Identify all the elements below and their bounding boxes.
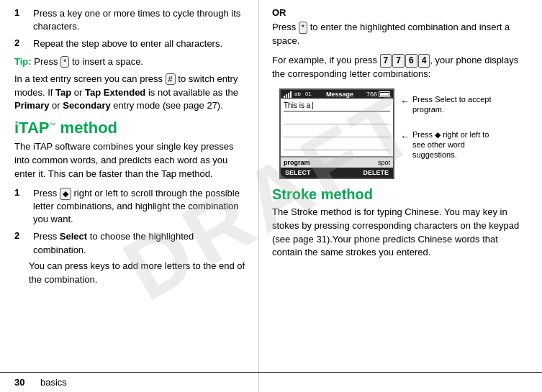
itap-list-num-1: 1: [14, 187, 29, 227]
itap-list-text-2: Press Select to choose the highlighted c…: [33, 230, 245, 256]
list-text-1: Press a key one or more times to cycle t…: [33, 7, 245, 33]
phone-blank-line1: [284, 114, 390, 124]
phone-blank-line2: [284, 127, 390, 137]
tip-label: Tip:: [14, 56, 32, 67]
or-para1: Press: [272, 22, 299, 32]
cursor: |: [312, 101, 314, 109]
select-key-label: Select: [60, 231, 87, 242]
itap-list-text-2a: Press: [33, 231, 60, 242]
phone-status-right: 766: [366, 91, 390, 98]
left-column: 1 Press a key one or more times to cycle…: [0, 0, 259, 392]
phone-counter: 766: [366, 91, 377, 98]
annotation-arrow-top: ←: [400, 96, 410, 106]
list-item-2: 2 Repeat the step above to enter all cha…: [14, 37, 245, 50]
bottom-bar: 30 basics: [0, 372, 542, 392]
or-para: Press * to enter the highlighted combina…: [272, 21, 529, 48]
tap-label: Tap: [55, 87, 71, 98]
right-column: OR Press * to enter the highlighted comb…: [259, 0, 542, 392]
itap-list-item-2: 2 Press Select to choose the highlighted…: [14, 230, 245, 256]
example-para1: For example, if you press: [272, 55, 380, 65]
phone-delete-btn: DELETE: [363, 169, 389, 176]
annotation-arrow-bottom: ←: [400, 131, 410, 142]
key-7b: 7: [392, 54, 405, 68]
suggestion-word: program: [284, 159, 310, 166]
hash-key-para: In a text entry screen you can press # t…: [14, 73, 245, 114]
itap-sub-para: You can press keys to add more letters t…: [29, 260, 245, 287]
or-key: *: [299, 22, 307, 33]
or-label: OR: [272, 7, 529, 18]
list-text-2: Repeat the step above to enter all chara…: [33, 37, 222, 50]
itap-list-text-1a: Press: [33, 188, 60, 199]
stroke-para: The Stroke method is for typing Chinese.…: [272, 206, 529, 260]
key-6: 6: [405, 54, 417, 68]
key-4: 4: [418, 54, 430, 68]
phone-suggestion-bar: program spot: [281, 157, 393, 168]
secondary-label: Secondary: [63, 100, 110, 111]
battery-icon: [379, 91, 390, 97]
mode-01: 01: [305, 91, 312, 97]
phone-status-bar: ab 01 Message 766: [281, 90, 393, 99]
hash-key: #: [166, 73, 176, 85]
phone-input-line: This is a |: [284, 101, 390, 111]
itap-heading: iTAP™ method: [14, 119, 245, 137]
key-sequence: 7764: [380, 54, 430, 68]
annotation-top: ← Press Select to accept program.: [400, 94, 494, 115]
itap-list-text-1: Press ◆ right or left to scroll through …: [33, 187, 245, 227]
itap-list-item-1: 1 Press ◆ right or left to scroll throug…: [14, 187, 245, 227]
bar1: [284, 96, 285, 98]
phone-annotations: ← Press Select to accept program. ← Pres…: [400, 88, 494, 160]
phone-select-btn: SELECT: [285, 169, 311, 176]
itap-heading-text: iTAP™ method: [14, 119, 117, 137]
para1-part6: entry mode (see page 27).: [111, 100, 223, 111]
phone-content-area: This is a |: [281, 99, 393, 157]
phone-status-left: ab 01: [284, 91, 313, 98]
phone-screen: ab 01 Message 766 This is a |: [279, 88, 394, 179]
bottom-title: basics: [40, 377, 67, 388]
battery-fill: [380, 93, 389, 96]
bar4: [290, 91, 292, 98]
signal-bars: [284, 91, 292, 98]
or-para2: to enter the highlighted combination and…: [272, 22, 510, 46]
list-num-1: 1: [14, 7, 29, 33]
annotation-bottom-text: Press ◆ right or left to see other word …: [412, 129, 494, 160]
page-number: 30: [14, 377, 35, 388]
mode-ab: ab: [294, 91, 301, 97]
stroke-heading: Stroke method: [272, 186, 529, 203]
primary-label: Primary: [14, 100, 49, 111]
phone-app-label: Message: [326, 91, 353, 98]
list-item-1: 1 Press a key one or more times to cycle…: [14, 7, 245, 33]
bar3: [288, 93, 289, 98]
para1-part1: In a text entry screen you can press: [14, 73, 166, 84]
bar2: [286, 94, 287, 98]
key-7a: 7: [380, 54, 392, 68]
phone-bottom-buttons: SELECT DELETE: [281, 168, 393, 178]
list-num-2: 2: [14, 37, 29, 50]
suggestion-alt: spot: [378, 159, 390, 166]
tip-text2: to insert a space.: [72, 56, 143, 67]
para1-part5: or: [49, 100, 63, 111]
nav-key: ◆: [60, 188, 71, 199]
annotation-top-text: Press Select to accept program.: [412, 94, 494, 115]
page-container: DRAFT 1 Press a key one or more times to…: [0, 0, 542, 392]
para1-part3: or: [71, 87, 85, 98]
annotation-bottom: ← Press ◆ right or left to see other wor…: [400, 129, 494, 160]
phone-image-container: ab 01 Message 766 This is a |: [279, 88, 529, 179]
example-para: For example, if you press 7764, your pho…: [272, 54, 529, 81]
phone-content-line1: This is a: [284, 101, 310, 109]
tip-key: *: [60, 56, 69, 68]
phone-blank-line3: [284, 140, 390, 150]
para1-part4: is not available as the: [145, 87, 238, 98]
itap-para: The iTAP software combines your single k…: [14, 140, 245, 181]
tip-text1: Press: [34, 56, 60, 67]
tip-line: Tip: Press * to insert a space.: [14, 55, 245, 68]
itap-list-num-2: 2: [14, 230, 29, 256]
tap-ext-label: Tap Extended: [85, 87, 145, 98]
